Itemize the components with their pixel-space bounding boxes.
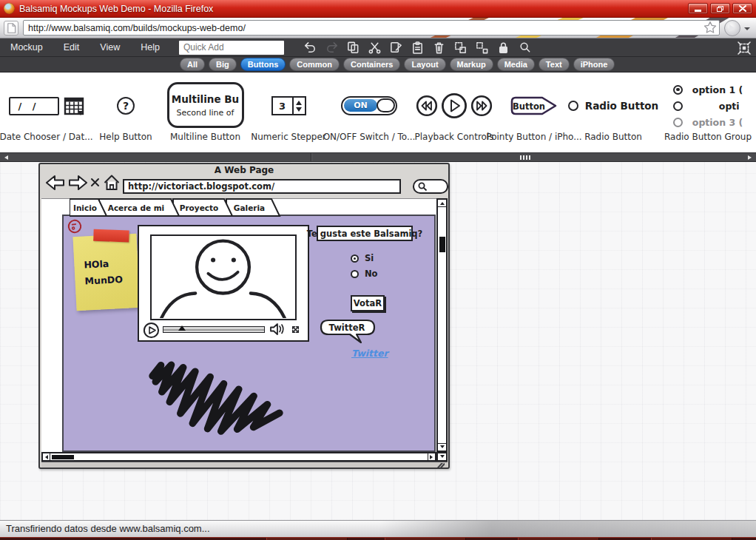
category-all[interactable]: All <box>180 58 205 71</box>
cut-icon[interactable] <box>366 40 383 55</box>
mockup-horizontal-scrollbar[interactable] <box>41 452 436 462</box>
library-item-playback-controls[interactable]: Playback Controls <box>413 72 496 152</box>
forward-arrow-icon[interactable] <box>67 175 89 191</box>
category-layout[interactable]: Layout <box>404 58 445 71</box>
group-icon[interactable] <box>452 40 469 55</box>
resize-grip-icon[interactable] <box>437 463 445 468</box>
horizontal-scroll-thumb[interactable] <box>52 455 74 459</box>
site-identity-button[interactable] <box>4 21 18 36</box>
video-player-widget[interactable] <box>138 225 309 342</box>
library-item-multiline-button[interactable]: Multiline Bu Second line of Multiline Bu… <box>159 72 252 152</box>
scroll-left-icon[interactable] <box>2 155 8 160</box>
taskbar-edge <box>0 537 756 540</box>
library-item-label: ON/OFF Switch / To... <box>323 132 416 142</box>
category-buttons[interactable]: Buttons <box>240 58 286 71</box>
vertical-scroll-thumb[interactable] <box>439 237 445 252</box>
category-media[interactable]: Media <box>497 58 535 71</box>
restore-icon <box>717 6 723 12</box>
library-scrollbar[interactable] <box>0 152 756 162</box>
sticky-note-widget[interactable]: HOla MunDO <box>72 234 140 311</box>
category-markup[interactable]: Markup <box>450 58 493 71</box>
scribble-drawing[interactable] <box>143 354 298 436</box>
scroll-up-icon[interactable] <box>440 200 445 205</box>
mockup-canvas[interactable]: A Web Page http://victoriact.blogspot.co… <box>0 162 756 520</box>
library-item-numeric-stepper[interactable]: 3 Numeric Stepper <box>252 72 325 152</box>
mockup-url-field[interactable]: http://victoriact.blogspot.com/ <box>123 179 401 194</box>
maximize-button[interactable] <box>710 3 730 14</box>
mockup-vertical-scrollbar[interactable] <box>436 198 448 452</box>
scroll-down-icon[interactable] <box>440 445 445 450</box>
video-fullscreen-icon[interactable] <box>289 323 302 336</box>
category-big[interactable]: Big <box>209 58 237 71</box>
scroll-left-icon[interactable] <box>43 455 48 459</box>
seek-marker-icon[interactable] <box>178 322 186 331</box>
library-item-onoff-switch[interactable]: ON ON/OFF Switch / To... <box>325 72 413 152</box>
library-item-radio-button[interactable]: Radio Button Radio Button <box>573 72 654 152</box>
library-item-label: Numeric Stepper <box>251 132 326 142</box>
category-iphone[interactable]: iPhone <box>573 58 615 71</box>
blogger-doodle-icon[interactable] <box>67 218 83 234</box>
tab-proyecto[interactable]: Proyecto <box>173 199 232 216</box>
scroll-right-icon[interactable] <box>430 455 435 459</box>
mockup-search-box[interactable] <box>413 179 448 194</box>
redo-icon[interactable] <box>323 40 340 55</box>
lock-icon[interactable] <box>495 40 512 55</box>
fullscreen-icon[interactable] <box>735 40 752 55</box>
clipboard-icon[interactable] <box>409 40 426 55</box>
trash-icon[interactable] <box>431 40 448 55</box>
scroll-right-icon[interactable] <box>748 155 754 160</box>
library-item-radio-button-group[interactable]: option 1 ( opti option 3 ( Radio Button … <box>654 72 756 152</box>
quick-add-input[interactable] <box>179 41 284 55</box>
poll-radio-no[interactable]: No <box>351 269 378 279</box>
stop-x-icon[interactable] <box>90 178 100 187</box>
paste-icon[interactable] <box>388 40 405 55</box>
toggle-preview: ON <box>341 96 397 115</box>
tab-acerca-de-mi[interactable]: Acerca de mi <box>99 199 179 216</box>
speech-bubble-widget[interactable]: TwitteR <box>320 319 379 345</box>
close-icon <box>739 5 746 12</box>
minimize-button[interactable] <box>688 3 708 14</box>
close-button[interactable] <box>732 3 752 14</box>
tab-galeria[interactable]: Galeria <box>226 199 280 216</box>
library-item-label: Multiline Button <box>170 132 240 142</box>
mockup-window-footer <box>41 462 448 468</box>
copy-icon[interactable] <box>345 40 362 55</box>
menu-view[interactable]: View <box>90 38 130 57</box>
url-dropdown-caret[interactable] <box>744 27 750 33</box>
video-play-icon[interactable] <box>143 322 160 339</box>
menu-help[interactable]: Help <box>130 38 170 57</box>
home-icon[interactable] <box>103 174 121 192</box>
mockup-tab-bar[interactable]: Galeria Proyecto Acerca de mi Inicio <box>70 198 291 217</box>
radio-icon <box>568 101 578 111</box>
library-item-help-button[interactable]: ? Help Button <box>92 72 159 152</box>
volume-icon[interactable] <box>269 323 285 336</box>
date-field-preview: / / <box>9 97 59 115</box>
go-button[interactable] <box>724 20 740 36</box>
url-input[interactable] <box>23 20 720 36</box>
scrollbar-divider <box>311 153 311 161</box>
back-arrow-icon[interactable] <box>44 175 67 191</box>
step-up-icon <box>296 98 302 105</box>
poll-radio-si[interactable]: Si <box>351 253 374 263</box>
category-text[interactable]: Text <box>539 58 570 71</box>
browser-window-widget[interactable]: A Web Page http://victoriact.blogspot.co… <box>38 163 450 469</box>
library-item-pointy-button[interactable]: Button Pointy Button / iPho... <box>496 72 573 152</box>
radio-label: Radio Button <box>585 100 658 112</box>
vote-button[interactable]: VotaR <box>351 295 385 311</box>
twitter-link[interactable]: Twitter <box>351 348 388 359</box>
undo-icon[interactable] <box>302 40 319 55</box>
scrollbar-grip[interactable] <box>520 155 532 160</box>
svg-text:Proyecto: Proyecto <box>180 203 219 212</box>
poll-question-label[interactable]: Te gusta este Balsamiq? <box>317 226 413 241</box>
library-item-date-chooser[interactable]: / / Date Chooser / Dat... <box>0 72 92 152</box>
category-containers[interactable]: Containers <box>343 58 400 71</box>
category-common[interactable]: Common <box>289 58 340 71</box>
menu-edit[interactable]: Edit <box>53 38 90 57</box>
video-seek-bar[interactable] <box>163 326 265 333</box>
window-titlebar[interactable]: Balsamiq Mockups Web Demo - Mozilla Fire… <box>0 0 756 18</box>
zoom-icon[interactable] <box>516 40 533 55</box>
ungroup-icon[interactable] <box>473 40 490 55</box>
firefox-icon <box>4 3 15 14</box>
bookmark-star-icon[interactable] <box>703 21 717 37</box>
menu-mockup[interactable]: Mockup <box>0 38 53 57</box>
